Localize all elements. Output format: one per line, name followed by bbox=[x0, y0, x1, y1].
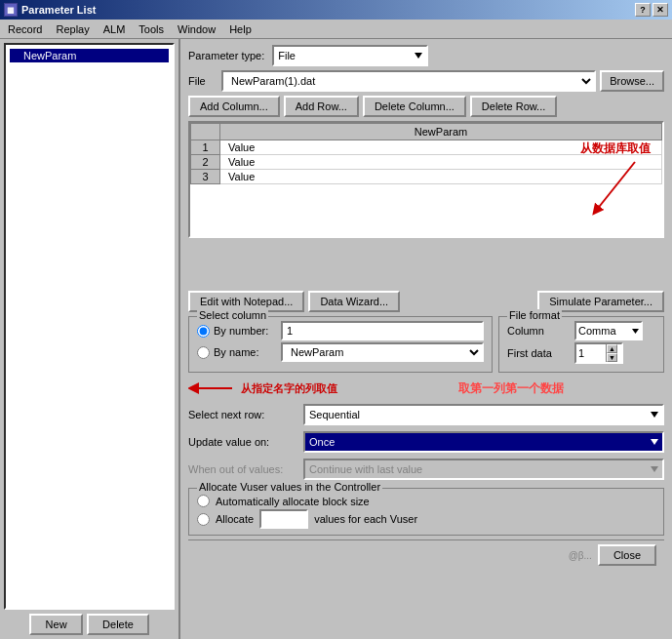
window-icon: ▦ bbox=[4, 3, 18, 17]
when-out-row: When out of values: Continue with last v… bbox=[188, 459, 664, 480]
menu-help[interactable]: Help bbox=[223, 21, 257, 37]
row-num-1: 1 bbox=[191, 140, 220, 155]
auto-allocate-label: Automatically allocate block size bbox=[216, 496, 370, 507]
param-type-select[interactable]: File bbox=[272, 45, 428, 66]
delete-button[interactable]: Delete bbox=[87, 614, 149, 635]
menu-replay[interactable]: Replay bbox=[50, 21, 95, 37]
param-type-label: Parameter type: bbox=[188, 50, 264, 61]
main-container: ◈ NewParam New Delete Parameter type: Fi… bbox=[0, 39, 672, 639]
annotation-db-text: 从数据库取值 bbox=[576, 140, 654, 157]
menu-alm[interactable]: ALM bbox=[98, 21, 132, 37]
delete-column-button[interactable]: Delete Column... bbox=[363, 96, 466, 117]
menu-bar: Record Replay ALM Tools Window Help bbox=[0, 20, 672, 39]
browse-button[interactable]: Browse... bbox=[600, 70, 664, 92]
allocate-label: Allocate bbox=[216, 513, 254, 525]
by-name-select[interactable]: NewParam bbox=[281, 342, 484, 362]
allocate-radio[interactable] bbox=[197, 513, 210, 526]
by-name-label: By name: bbox=[214, 346, 277, 358]
table-row-num-header bbox=[191, 124, 220, 140]
allocate-group: Allocate Vuser values in the Controller … bbox=[188, 488, 664, 536]
left-buttons: New Delete bbox=[4, 610, 175, 635]
first-data-label: First data bbox=[507, 347, 571, 359]
tree-item-icon: ◈ bbox=[12, 51, 20, 61]
column-format-select[interactable]: Comma bbox=[574, 321, 643, 340]
first-data-row: First data ▲ ▼ bbox=[507, 342, 655, 364]
tree-item-newparam[interactable]: ◈ NewParam bbox=[10, 49, 169, 62]
auto-allocate-radio[interactable] bbox=[197, 495, 210, 507]
right-panel: Parameter type: File File NewParam(1).da… bbox=[180, 39, 672, 639]
annotation-col-name-text: 从指定名字的列取值 bbox=[241, 381, 337, 396]
by-name-radio[interactable] bbox=[197, 346, 210, 359]
row-num-3: 3 bbox=[191, 170, 220, 184]
file-format-legend: File format bbox=[507, 309, 562, 321]
allocate-suffix: values for each Vuser bbox=[314, 513, 417, 525]
delete-row-button[interactable]: Delete Row... bbox=[470, 96, 557, 117]
help-button[interactable]: ? bbox=[635, 3, 651, 17]
by-number-label: By number: bbox=[214, 325, 277, 337]
left-panel: ◈ NewParam New Delete bbox=[0, 39, 180, 639]
allocate-row-manual: Allocate values for each Vuser bbox=[197, 509, 655, 529]
when-out-label: When out of values: bbox=[188, 463, 296, 475]
column-format-label: Column bbox=[507, 325, 571, 337]
file-row: File NewParam(1).dat Browse... bbox=[188, 70, 664, 92]
row-num-2: 2 bbox=[191, 155, 220, 170]
bottom-bar: @β... Close bbox=[188, 539, 664, 570]
spin-down-button[interactable]: ▼ bbox=[607, 353, 617, 362]
spinbox-arrows: ▲ ▼ bbox=[606, 344, 617, 362]
select-column-group: Select column By number: By name: NewPar… bbox=[188, 316, 493, 373]
update-value-label: Update value on: bbox=[188, 436, 296, 448]
menu-window[interactable]: Window bbox=[172, 21, 221, 37]
annotations-row: 从指定名字的列取值 取第一列第一个数据 bbox=[188, 379, 664, 398]
by-number-row: By number: bbox=[197, 321, 484, 340]
by-name-row: By name: NewParam bbox=[197, 342, 484, 362]
tree-item-label: NewParam bbox=[23, 50, 76, 61]
column-format-row: Column Comma bbox=[507, 321, 655, 340]
allocate-input[interactable] bbox=[259, 509, 308, 529]
select-next-row-label: Select next row: bbox=[188, 409, 296, 420]
two-col-groups: Select column By number: By name: NewPar… bbox=[188, 316, 664, 373]
file-label: File bbox=[188, 75, 217, 87]
auto-allocate-row: Automatically allocate block size bbox=[197, 495, 655, 507]
close-button[interactable]: Close bbox=[598, 544, 656, 566]
param-type-row: Parameter type: File bbox=[188, 45, 664, 66]
tree-area[interactable]: ◈ NewParam bbox=[4, 43, 175, 610]
file-format-group: File format Column Comma First data ▲ ▼ bbox=[498, 316, 664, 373]
data-wizard-button[interactable]: Data Wizard... bbox=[308, 291, 400, 312]
annotation-col-name: 从指定名字的列取值 bbox=[188, 379, 337, 398]
by-number-input[interactable] bbox=[281, 321, 484, 340]
new-button[interactable]: New bbox=[29, 614, 83, 635]
menu-record[interactable]: Record bbox=[2, 21, 48, 37]
spin-up-button[interactable]: ▲ bbox=[607, 344, 617, 353]
action-buttons-row: Add Column... Add Row... Delete Column..… bbox=[188, 96, 664, 117]
annotation-first-data-text: 取第一列第一个数据 bbox=[458, 381, 564, 395]
first-data-spinbox[interactable]: ▲ ▼ bbox=[574, 342, 623, 364]
update-value-select[interactable]: Once bbox=[303, 431, 664, 453]
menu-tools[interactable]: Tools bbox=[133, 21, 170, 37]
annotation-db: 从数据库取值 bbox=[576, 140, 654, 216]
select-next-row-select[interactable]: Sequential bbox=[303, 404, 664, 425]
window-title: Parameter List bbox=[21, 4, 96, 16]
table-col-header: NewParam bbox=[220, 124, 662, 140]
close-title-button[interactable]: ✕ bbox=[652, 3, 668, 17]
table-wrapper: NewParam 1 Value 2 Value 3 bbox=[188, 121, 664, 287]
title-bar: ▦ Parameter List ? ✕ bbox=[0, 0, 672, 20]
when-out-select: Continue with last value bbox=[303, 459, 664, 480]
svg-line-1 bbox=[596, 162, 635, 211]
select-next-row-row: Select next row: Sequential bbox=[188, 404, 664, 425]
add-row-button[interactable]: Add Row... bbox=[284, 96, 359, 117]
annotation-first-data: 取第一列第一个数据 bbox=[357, 380, 664, 397]
select-column-legend: Select column bbox=[197, 309, 268, 321]
by-number-radio[interactable] bbox=[197, 325, 210, 338]
add-column-button[interactable]: Add Column... bbox=[188, 96, 280, 117]
file-input[interactable]: NewParam(1).dat bbox=[221, 70, 596, 92]
first-data-input[interactable] bbox=[576, 344, 606, 362]
allocate-legend: Allocate Vuser values in the Controller bbox=[197, 481, 382, 493]
update-value-row: Update value on: Once bbox=[188, 431, 664, 453]
watermark: @β... bbox=[196, 550, 592, 561]
